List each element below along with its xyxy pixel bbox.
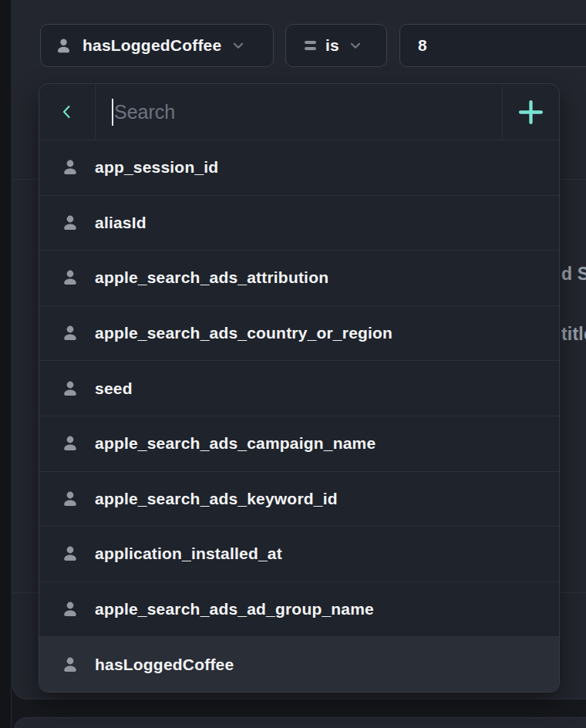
property-label: apple_search_ads_campaign_name xyxy=(95,434,376,453)
property-list-item[interactable]: apple_search_ads_country_or_region xyxy=(39,305,559,361)
value-text: 8 xyxy=(418,36,427,55)
chevron-down-icon xyxy=(349,39,362,52)
property-list-item[interactable]: apple_search_ads_campaign_name xyxy=(39,416,559,471)
property-label: apple_search_ads_attribution xyxy=(95,268,328,287)
person-icon xyxy=(61,490,79,508)
property-label: apple_search_ads_ad_group_name xyxy=(95,600,374,618)
person-icon xyxy=(55,37,72,55)
property-label: apple_search_ads_country_or_region xyxy=(95,324,392,342)
person-icon xyxy=(61,214,79,232)
background-partial-text: title xyxy=(561,324,586,345)
person-icon xyxy=(61,158,79,177)
person-icon xyxy=(61,544,79,563)
property-filter-pill[interactable]: hasLoggedCoffee xyxy=(40,24,274,67)
next-section-card xyxy=(14,717,586,728)
property-list-item[interactable]: hasLoggedCoffee xyxy=(39,636,559,692)
person-icon xyxy=(61,656,79,674)
chevron-down-icon xyxy=(231,39,245,52)
person-icon xyxy=(61,268,79,287)
property-label: aliasId xyxy=(95,214,146,232)
back-button[interactable] xyxy=(39,84,96,140)
person-icon xyxy=(61,324,79,342)
property-list-item[interactable]: aliasId xyxy=(39,195,559,251)
chevron-left-icon xyxy=(58,103,76,121)
screen: d S title hasLoggedCoffee is 8 xyxy=(0,0,586,728)
property-label: seed xyxy=(95,379,133,398)
add-property-button[interactable] xyxy=(502,84,559,140)
property-list-item[interactable]: apple_search_ads_keyword_id xyxy=(39,471,559,527)
property-list-item[interactable]: seed xyxy=(39,360,559,416)
operator-label: is xyxy=(325,36,339,55)
search-area xyxy=(96,84,502,140)
property-label: apple_search_ads_keyword_id xyxy=(95,490,338,508)
property-label: app_session_id xyxy=(95,158,218,177)
person-icon xyxy=(61,379,79,398)
equals-icon xyxy=(305,41,316,50)
plus-icon xyxy=(518,99,544,125)
person-icon xyxy=(61,600,79,618)
search-input[interactable] xyxy=(113,101,502,123)
property-label: application_installed_at xyxy=(95,544,282,563)
background-partial-text: d S xyxy=(561,264,586,285)
dropdown-header xyxy=(39,84,559,140)
property-list-item[interactable]: apple_search_ads_attribution xyxy=(39,250,559,305)
property-list-item[interactable]: app_session_id xyxy=(39,140,559,195)
left-sidebar-strip xyxy=(0,0,12,728)
property-label: hasLoggedCoffee xyxy=(95,656,234,674)
operator-pill[interactable]: is xyxy=(285,24,387,67)
property-list-item[interactable]: application_installed_at xyxy=(39,526,559,581)
property-filter-label: hasLoggedCoffee xyxy=(83,36,221,55)
person-icon xyxy=(61,434,79,453)
property-list: app_session_id aliasId apple_search_ads_… xyxy=(39,140,559,692)
property-list-item[interactable]: apple_search_ads_ad_group_name xyxy=(39,581,559,637)
value-field[interactable]: 8 xyxy=(399,24,586,67)
property-picker-dropdown: app_session_id aliasId apple_search_ads_… xyxy=(39,83,560,693)
